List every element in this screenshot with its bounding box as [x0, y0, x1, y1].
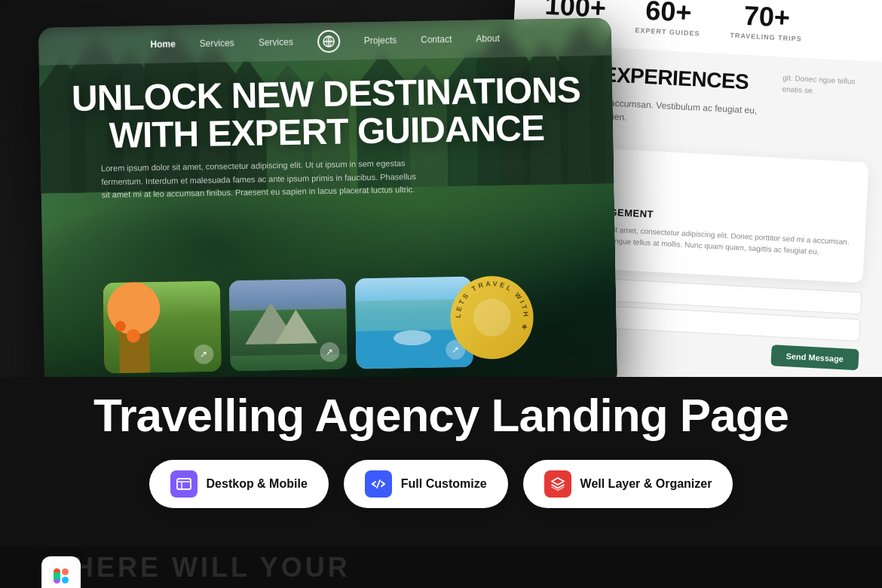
bottom-section: Travelling Agency Landing Page Destkop &… [0, 377, 882, 588]
stat-trips-label: TRAVELING TRIPS [730, 32, 802, 43]
svg-text:LETS TRAVEL WITH ★: LETS TRAVEL WITH ★ [454, 279, 531, 334]
pill-desktop-mobile: Destkop & Mobile [149, 460, 329, 508]
nav-logo [317, 30, 341, 54]
side-text: git. Donec ngue tellus enatis se. [782, 72, 873, 99]
stat-trips: 70+ TRAVELING TRIPS [730, 2, 804, 43]
layers-icon [550, 476, 566, 492]
stat-guides: 60+ EXPERT GUIDES [635, 0, 702, 38]
travel-images: ↗ ↗ ↗ [103, 277, 473, 374]
svg-line-15 [377, 480, 380, 488]
nav-services-1[interactable]: Services [200, 38, 234, 49]
hero-description: Lorem ipsum dolor sit amet, consectetur … [101, 157, 418, 202]
hero-content: UNLOCK NEW DESTINATIONS WITH EXPERT GUID… [39, 70, 614, 156]
travel-img-mountain: ↗ [229, 279, 348, 372]
nav-contact[interactable]: Contact [421, 34, 452, 45]
stat-guides-label: EXPERT GUIDES [635, 26, 700, 37]
feature-pills: Destkop & Mobile Full Customize [149, 460, 733, 508]
travel-img-oranges: ↗ [103, 281, 222, 374]
circle-badge-inner: LETS TRAVEL WITH ★ [450, 275, 534, 360]
code-icon-container [365, 470, 392, 498]
svg-rect-11 [54, 573, 60, 580]
page-title: Travelling Agency Landing Page [93, 392, 789, 439]
send-message-button[interactable]: Send Message [770, 345, 859, 370]
nav-home[interactable]: Home [150, 38, 176, 50]
figma-icon-container [41, 556, 81, 588]
nav-about[interactable]: About [476, 33, 500, 44]
stat-trips-number: 70+ [730, 2, 804, 32]
code-icon [370, 476, 387, 492]
svg-rect-12 [177, 479, 191, 489]
circle-badge: LETS TRAVEL WITH ★ [450, 275, 534, 360]
layout-icon-container [170, 470, 198, 498]
layout-icon [176, 476, 192, 492]
figma-logo-icon [51, 565, 72, 586]
layers-icon-container [544, 470, 571, 498]
svg-point-10 [62, 577, 69, 583]
pill-full-customize: Full Customize [344, 460, 508, 508]
main-card: Home Services Services Projects Contact … [38, 17, 617, 397]
pill-full-customize-label: Full Customize [401, 477, 487, 491]
nav-projects[interactable]: Projects [364, 35, 397, 46]
stat-guides-number: 60+ [635, 0, 702, 27]
badge-svg: LETS TRAVEL WITH ★ [450, 275, 534, 360]
svg-rect-9 [62, 568, 69, 575]
pill-well-layer: Well Layer & Organizer [523, 460, 733, 508]
pill-desktop-mobile-label: Destkop & Mobile [207, 477, 308, 491]
nav-services-2[interactable]: Services [259, 37, 293, 48]
pill-well-layer-label: Well Layer & Organizer [580, 477, 712, 491]
